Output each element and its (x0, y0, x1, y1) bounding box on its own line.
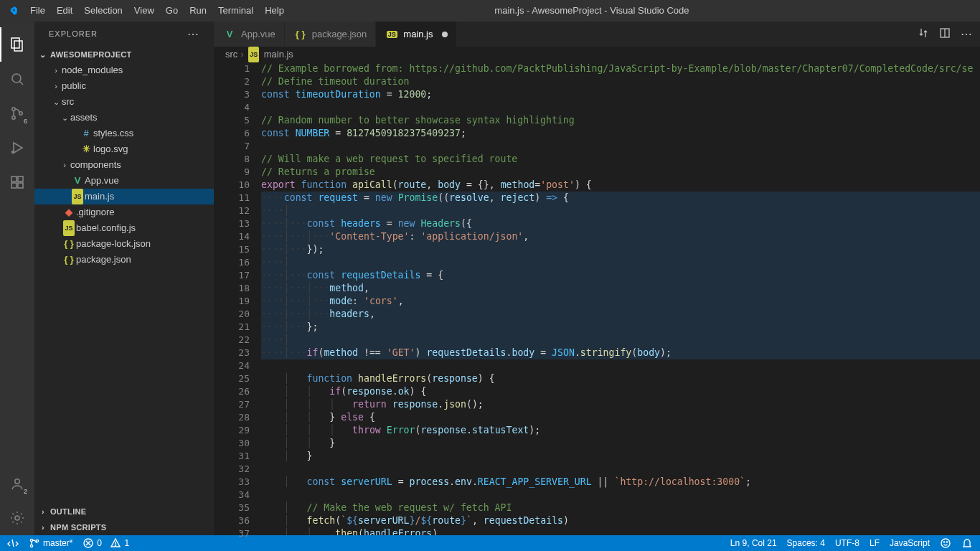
status-problems[interactable]: 0 1 (83, 537, 129, 549)
code-line[interactable]: │ │ if(response.ok) { (261, 385, 980, 398)
activity-explorer[interactable] (0, 27, 34, 62)
tree-file-main.js[interactable]: JSmain.js (34, 189, 214, 204)
sidebar-title-label: EXPLORER (49, 22, 98, 47)
code-line[interactable]: ····│···│···headers, (261, 308, 980, 321)
code-line[interactable]: ····│···│···method, (261, 282, 980, 295)
activity-accounts[interactable]: 2 (0, 466, 34, 501)
code-line[interactable]: │ fetch(`${serverURL}/${route}`, request… (261, 514, 980, 527)
code-line[interactable]: │ │ .then(handleErrors) (261, 527, 980, 535)
status-remote-icon[interactable] (7, 537, 19, 549)
status-eol[interactable]: LF (870, 538, 880, 548)
status-language[interactable]: JavaScript (890, 538, 930, 548)
status-indentation[interactable]: Spaces: 4 (787, 538, 825, 548)
breadcrumb-segment[interactable]: main.js (264, 47, 293, 62)
activity-source-control[interactable]: 6 (0, 96, 34, 131)
status-notifications-icon[interactable] (961, 537, 973, 549)
tree-file-package.json[interactable]: { }package.json (34, 252, 214, 268)
code-line[interactable] (261, 463, 980, 476)
code-line[interactable]: // Returns a promise (261, 166, 980, 179)
tree-file-App.vue[interactable]: VApp.vue (34, 173, 214, 189)
code-line[interactable]: ····│···const headers = new Headers({ (261, 217, 980, 230)
code-line[interactable]: const timeoutDuration = 12000; (261, 88, 980, 101)
tree-file-.gitignore[interactable]: ◆.gitignore (34, 204, 214, 220)
tree-folder-public[interactable]: ›public (34, 78, 214, 94)
tab-main-js[interactable]: JSmain.js (376, 22, 456, 47)
status-encoding[interactable]: UTF-8 (835, 538, 859, 548)
code-line[interactable]: ····│ (261, 256, 980, 269)
code-line[interactable]: ····│···}; (261, 321, 980, 334)
code-line[interactable] (261, 140, 980, 153)
menu-file[interactable]: File (24, 0, 51, 22)
code-line[interactable] (261, 101, 980, 114)
menu-run[interactable]: Run (184, 0, 212, 22)
json-file-icon: { } (296, 29, 306, 39)
menu-edit[interactable]: Edit (51, 0, 78, 22)
code-line[interactable]: ····│···const requestDetails = { (261, 269, 980, 282)
app-logo-icon (0, 5, 24, 17)
split-editor-icon[interactable] (939, 27, 951, 41)
menu-view[interactable]: View (128, 0, 160, 22)
code-line[interactable]: ····│ (261, 204, 980, 217)
code-line[interactable]: │ const serverURL = process.env.REACT_AP… (261, 476, 980, 489)
tab-package-json[interactable]: { }package.json (285, 22, 377, 47)
tree-file-logo.svg[interactable]: ✳logo.svg (34, 141, 214, 157)
status-feedback-icon[interactable] (940, 537, 951, 549)
code-line[interactable]: │ } (261, 450, 980, 463)
code-line[interactable] (261, 359, 980, 372)
activity-settings[interactable] (0, 501, 34, 535)
code-line[interactable]: │ │ } else { (261, 411, 980, 424)
activity-extensions[interactable] (0, 165, 34, 199)
menubar: FileEditSelectionViewGoRunTerminalHelp (24, 0, 290, 22)
tree-folder-components[interactable]: ›components (34, 157, 214, 173)
code-line[interactable]: // Define timeout duration (261, 75, 980, 88)
tree-folder-src[interactable]: ⌄src (34, 94, 214, 110)
code-line[interactable]: │ // Make the web request w/ fetch API (261, 501, 980, 514)
code-area[interactable]: // Example borrowed from: https://github… (261, 62, 980, 535)
code-line[interactable]: // Random number to better showcase synt… (261, 114, 980, 127)
code-line[interactable]: ····const request = new Promise((resolve… (261, 192, 980, 204)
menu-go[interactable]: Go (160, 0, 184, 22)
svg-marker-7 (14, 143, 22, 153)
tree-folder-node_modules[interactable]: ›node_modules (34, 62, 214, 78)
code-line[interactable]: ····│···│···'Content-Type': 'application… (261, 230, 980, 243)
window-title: main.js - AwesomeProject - Visual Studio… (290, 0, 894, 22)
sidebar-section-npm-scripts[interactable]: ›NPM SCRIPTS (34, 519, 214, 535)
tree-item-label: components (70, 157, 121, 173)
status-cursor-position[interactable]: Ln 9, Col 21 (730, 538, 777, 548)
code-line[interactable]: │ │ │ return response.json(); (261, 398, 980, 411)
breadcrumbs[interactable]: src › JS main.js (214, 47, 980, 62)
tree-folder-assets[interactable]: ⌄assets (34, 110, 214, 126)
tree-file-package-lock.json[interactable]: { }package-lock.json (34, 236, 214, 252)
code-line[interactable]: // Will make a web request to specified … (261, 153, 980, 166)
code-line[interactable]: ····│ (261, 334, 980, 347)
code-line[interactable]: ····│···│···mode: 'cors', (261, 295, 980, 308)
code-line[interactable] (261, 489, 980, 501)
code-line[interactable]: ····│···}); (261, 243, 980, 256)
svg-point-18 (30, 545, 32, 547)
code-line[interactable]: const NUMBER = 81274509182375409237; (261, 127, 980, 140)
code-line[interactable]: │ │ } (261, 437, 980, 450)
code-line[interactable]: │ function handleErrors(response) { (261, 372, 980, 385)
sidebar-more-icon[interactable]: ⋯ (187, 22, 199, 47)
sidebar-section-outline[interactable]: ›OUTLINE (34, 504, 214, 519)
editor-more-icon[interactable]: ⋯ (961, 27, 973, 41)
code-line[interactable]: │ │ │ throw Error(response.statusText); (261, 424, 980, 437)
code-line[interactable]: export function apiCall(route, body = {}… (261, 179, 980, 192)
tree-file-styles.css[interactable]: #styles.css (34, 126, 214, 141)
menu-help[interactable]: Help (259, 0, 290, 22)
tab-App-vue[interactable]: VApp.vue (214, 22, 285, 47)
code-line[interactable]: ····│···if(method !== 'GET') requestDeta… (261, 347, 980, 359)
status-branch[interactable]: master* (29, 537, 72, 549)
sidebar-section-project[interactable]: ⌄ AWESOMEPROJECT (34, 47, 214, 62)
menu-terminal[interactable]: Terminal (212, 0, 259, 22)
activity-search[interactable] (0, 62, 34, 96)
tree-file-babel.config.js[interactable]: JSbabel.config.js (34, 220, 214, 236)
editor-group: VApp.vue{ }package.jsonJSmain.js ⋯ src ›… (214, 22, 980, 535)
compare-changes-icon[interactable] (918, 27, 929, 41)
activity-run-debug[interactable] (0, 131, 34, 165)
breadcrumb-segment[interactable]: src (225, 47, 237, 62)
menu-selection[interactable]: Selection (78, 0, 128, 22)
tree-item-label: src (62, 94, 74, 110)
editor[interactable]: 1234567891011121314151617181920212223242… (214, 62, 980, 535)
code-line[interactable]: // Example borrowed from: https://github… (261, 62, 980, 75)
